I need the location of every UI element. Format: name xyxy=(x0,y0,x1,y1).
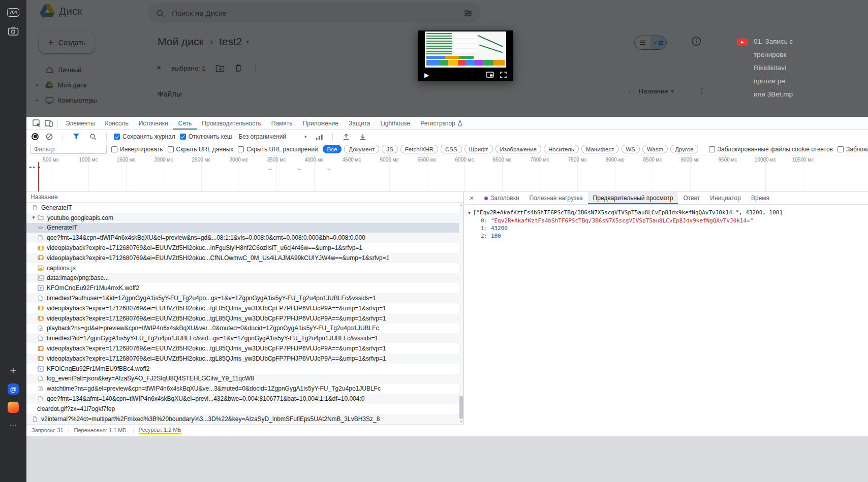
detail-tab[interactable]: Ответ xyxy=(678,192,705,204)
scroll-down-icon[interactable]: ▼ xyxy=(460,420,463,423)
invert-checkbox[interactable]: Инвертировать xyxy=(111,146,163,153)
preview-summary-row[interactable]: ▼["Eqv2R+AkafKztFs4bShTF6PScTBq/3B6sN7X5… xyxy=(468,209,868,217)
network-request-row[interactable]: videoplayback?expire=1712680769&ei=EUUVZ… xyxy=(26,313,459,324)
filter-chip[interactable]: JS xyxy=(382,145,397,153)
inspect-element-icon[interactable] xyxy=(30,118,43,128)
devtools-tab-bar: ЭлементыКонсольИсточникиСетьПроизводител… xyxy=(26,117,868,130)
detail-tab[interactable]: Полезная нагрузка xyxy=(524,192,588,204)
filter-toggle-icon[interactable] xyxy=(70,132,82,142)
devtools-tab[interactable]: Производительность xyxy=(197,117,266,130)
network-request-row[interactable]: playback?ns=gd&el=preview&cpn=tlWIP4n6x4… xyxy=(26,324,459,334)
preview-item[interactable]: 1: 43200 xyxy=(468,224,868,232)
record-button[interactable] xyxy=(32,133,39,140)
detail-tab[interactable]: Предварительный просмотр xyxy=(588,192,678,204)
network-request-row[interactable]: qoe?fmt=134&cpn=tlWIP4n6x4skBqXU&el=prev… xyxy=(26,233,459,243)
video-player[interactable]: ▶ xyxy=(418,30,513,81)
filter-chip[interactable]: WS xyxy=(622,145,640,153)
tab-counter-badge[interactable]: 704 xyxy=(0,8,26,17)
filter-input[interactable] xyxy=(30,145,107,154)
network-request-row[interactable]: TKFOmCnqEu92Fr1Mu4mxK.woff2 xyxy=(26,283,459,293)
divider xyxy=(332,133,333,141)
script-icon: JS xyxy=(37,265,44,271)
detail-tab[interactable]: Заголовки xyxy=(479,192,524,204)
close-icon[interactable]: × xyxy=(464,194,479,202)
network-request-row[interactable]: <>GenerateIT xyxy=(26,223,459,233)
detail-tab[interactable]: Инициатор xyxy=(705,192,746,204)
scrollbar-thumb[interactable] xyxy=(459,396,463,419)
network-request-row[interactable]: JScaptions.js xyxy=(26,263,459,273)
detail-tab[interactable]: Время xyxy=(746,192,774,204)
network-request-row[interactable]: videoplayback?expire=1712680769&ei=EUUVZ… xyxy=(26,303,459,313)
name-column-header[interactable]: Название xyxy=(30,194,58,201)
browser-app-icon[interactable] xyxy=(0,402,26,413)
devtools-tab[interactable]: Lighthouse xyxy=(376,117,416,130)
network-request-row[interactable]: videoplayback?expire=1712680769&ei=EUUVZ… xyxy=(26,253,459,263)
devtools-tab[interactable]: Защита xyxy=(344,117,376,130)
preview-item[interactable]: 2: 100 xyxy=(468,232,868,240)
file-title-text: против ре xyxy=(754,75,785,88)
network-request-row[interactable]: data:image/png;base... xyxy=(26,273,459,283)
network-activity-mark xyxy=(29,167,32,168)
network-request-row[interactable]: videoplayback?expire=1712680769&ei=EUUVZ… xyxy=(26,343,459,354)
throttling-select[interactable]: Без ограничений▾ xyxy=(236,132,308,142)
network-request-row[interactable]: v2internal?%24ct=multipart%2Fmixed%3B%20… xyxy=(26,414,459,424)
network-request-row[interactable]: log_event?alt=json&key=AIzaSyAO_FJ2SIqU8… xyxy=(26,374,459,384)
filter-chip[interactable]: Wasm xyxy=(642,145,668,153)
fullscreen-icon[interactable] xyxy=(500,72,507,78)
request-name: playback?ns=gd&el=preview&cpn=tlWIP4n6x4… xyxy=(47,325,379,332)
devtools-tab[interactable]: Консоль xyxy=(100,117,134,130)
devtools-tab[interactable]: Приложение xyxy=(298,117,344,130)
play-icon[interactable]: ▶ xyxy=(424,72,429,78)
network-request-row[interactable]: timedtext?id=1ZgpnGygA1is5yY-FU_Tg2u4po1… xyxy=(26,333,459,343)
expand-arrow-icon[interactable]: ▼ xyxy=(468,211,471,215)
devtools-tab[interactable]: Элементы xyxy=(60,117,100,130)
network-request-row[interactable]: qoe?fmt=134&afmt=140&cpn=tlWIP4n6x4skBqX… xyxy=(26,394,459,404)
preview-item[interactable]: 0: "Eqv2R+AkafKztFs4bShTF6PScTBq/3B6sN7X… xyxy=(468,217,868,224)
search-icon[interactable] xyxy=(87,132,99,142)
network-request-row[interactable]: watchtime?ns=gd&el=preview&cpn=tlWIP4n6x… xyxy=(26,383,459,394)
disable-cache-checkbox[interactable]: Отключить кеш xyxy=(180,133,232,140)
filter-chip[interactable]: Все xyxy=(323,145,342,153)
clear-icon[interactable] xyxy=(43,132,55,142)
network-request-row[interactable]: GenerateIT xyxy=(26,203,459,213)
devtools-tab[interactable]: Регистратор xyxy=(415,117,468,130)
network-domain-group-row[interactable]: ▼youtube.googleapis.com xyxy=(26,213,459,223)
blocked-requests-checkbox[interactable]: Заблокированные xyxy=(838,146,868,153)
table-scrollbar[interactable]: ▲ ▼ xyxy=(459,203,463,424)
add-panel-icon[interactable]: + xyxy=(0,365,26,376)
export-har-icon[interactable] xyxy=(357,132,369,142)
filter-chip[interactable]: Изображение xyxy=(495,145,541,153)
network-request-row[interactable]: cleardot.gif?zx=41i7ogkf7fep xyxy=(26,404,459,414)
picture-in-picture-icon[interactable] xyxy=(486,72,494,78)
device-toolbar-icon[interactable] xyxy=(43,118,55,128)
filter-chip[interactable]: Манифест xyxy=(581,145,619,153)
screenshot-camera-icon[interactable] xyxy=(0,26,26,36)
hide-data-urls-checkbox[interactable]: Скрыть URL данных xyxy=(168,146,234,153)
network-request-row[interactable]: videoplayback?expire=1712680769&ei=EUUVZ… xyxy=(26,354,459,364)
filter-chip[interactable]: Fetch/XHR xyxy=(400,145,438,153)
blocked-cookies-checkbox[interactable]: Заблокированные файлы cookie ответов xyxy=(709,146,833,153)
hide-extension-urls-checkbox[interactable]: Скрыть URL расширений xyxy=(238,146,318,153)
expand-arrow-icon[interactable]: ▼ xyxy=(32,215,36,220)
devtools-tab[interactable]: Сеть xyxy=(173,117,197,130)
devtools-tab[interactable]: Источники xyxy=(134,117,173,130)
network-overview-timeline[interactable]: 500 мс1000 мс1500 мс2000 мс2500 мс3000 м… xyxy=(26,155,868,192)
network-conditions-icon[interactable] xyxy=(313,132,325,142)
devtools-tab[interactable]: Память xyxy=(266,117,298,130)
filter-chip[interactable]: CSS xyxy=(441,145,462,153)
file-title-text: или 3Bet.mp xyxy=(754,88,793,101)
preserve-log-checkbox[interactable]: Сохранять журнал xyxy=(114,133,175,140)
mail-at-icon[interactable]: @ xyxy=(0,383,26,395)
network-request-row[interactable]: TKFOlCnqEu92Fr1MmEU9fBBc4.woff2 xyxy=(26,364,459,374)
checkbox-icon xyxy=(238,146,244,152)
more-options-icon[interactable]: ⋯ xyxy=(0,421,26,430)
table-header[interactable]: Название xyxy=(26,192,463,203)
import-har-icon[interactable] xyxy=(340,132,352,142)
network-request-row[interactable]: videoplayback?expire=1712680769&ei=EUUVZ… xyxy=(26,243,459,253)
scroll-up-icon[interactable]: ▲ xyxy=(460,204,463,207)
filter-chip[interactable]: Носитель xyxy=(544,145,579,153)
filter-chip[interactable]: Другое xyxy=(670,145,698,153)
network-request-row[interactable]: timedtext?authuser=1&id=1ZgpnGygA1is5yY-… xyxy=(26,293,459,303)
filter-chip[interactable]: Шрифт xyxy=(464,145,493,153)
filter-chip[interactable]: Документ xyxy=(344,145,379,153)
